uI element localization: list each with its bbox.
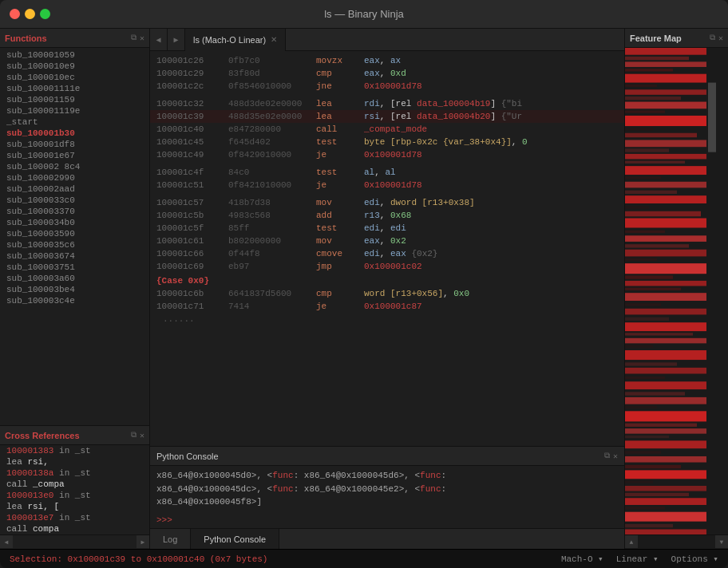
arch-selector[interactable]: Mach-O ▾ <box>561 554 603 564</box>
scroll-left-btn[interactable]: ◀ <box>0 535 13 548</box>
cross-ref-item[interactable]: 1000013e7 in _st <box>0 512 149 523</box>
console-close-icon[interactable]: ✕ <box>613 452 618 461</box>
cross-ref-title: Cross References <box>5 431 80 440</box>
svg-rect-69 <box>708 83 716 152</box>
func-item[interactable]: sub_100001e67 <box>0 150 149 161</box>
functions-expand-icon[interactable]: ⧉ <box>131 34 136 43</box>
func-item[interactable]: sub_100001159 <box>0 94 149 105</box>
log-tab[interactable]: Log <box>150 529 191 549</box>
functions-panel-icons: ⧉ ✕ <box>131 34 144 43</box>
svg-rect-7 <box>625 89 706 95</box>
cross-ref-item[interactable]: 100001383 in _st <box>0 445 149 456</box>
svg-rect-24 <box>625 211 701 217</box>
maximize-button[interactable] <box>40 9 50 19</box>
cross-ref-item[interactable]: call _compa <box>0 479 149 490</box>
code-row: 100001c69 eb97 jmp 0x100001c02 <box>150 260 624 273</box>
tab-close-icon[interactable]: ✕ <box>271 35 277 44</box>
func-item-selected[interactable]: sub_100001b30 <box>0 128 149 139</box>
func-item[interactable]: sub_1000035c6 <box>0 239 149 250</box>
func-item[interactable]: sub_1000033c0 <box>0 195 149 206</box>
cross-ref-close-icon[interactable]: ✕ <box>140 431 144 440</box>
code-row: 100001c2c 0f8546010000 jne 0x100001d78 <box>150 80 624 93</box>
scroll-right-btn[interactable]: ▶ <box>136 535 149 548</box>
tab-label: ls (Mach-O Linear) <box>193 35 266 45</box>
func-item[interactable]: sub_100003674 <box>0 250 149 262</box>
svg-rect-13 <box>625 133 697 137</box>
func-item[interactable]: sub_100001059 <box>0 49 149 61</box>
func-item[interactable]: sub_100002990 <box>0 172 149 183</box>
svg-rect-22 <box>625 195 706 203</box>
view-selector[interactable]: Linear ▾ <box>616 554 659 564</box>
code-row: 100001c51 0f8421010000 je 0x100001d78 <box>150 179 624 191</box>
svg-rect-40 <box>625 333 693 335</box>
func-item[interactable]: sub_100001df8 <box>0 139 149 150</box>
close-button[interactable] <box>10 9 20 19</box>
traffic-lights <box>10 9 50 19</box>
fm-scroll-up-btn[interactable]: ▲ <box>625 535 638 548</box>
code-tab[interactable]: ls (Mach-O Linear) ✕ <box>185 29 286 51</box>
svg-rect-32 <box>625 275 673 278</box>
feature-map-icons: ⧉ ✕ <box>710 34 723 43</box>
svg-rect-43 <box>625 350 706 360</box>
func-item[interactable]: sub_1000010e9 <box>0 61 149 72</box>
func-item[interactable]: sub_1000010ec <box>0 72 149 83</box>
svg-rect-21 <box>625 191 677 194</box>
console-expand-icon[interactable]: ⧉ <box>604 452 610 461</box>
svg-rect-15 <box>625 148 669 152</box>
func-item[interactable]: sub_100002 8c4 <box>0 161 149 172</box>
svg-rect-61 <box>625 486 706 491</box>
svg-rect-57 <box>625 456 706 463</box>
cross-ref-item[interactable]: 1000013e0 in _st <box>0 490 149 501</box>
svg-rect-26 <box>625 231 665 233</box>
code-row: 100001c4f 84c0 test al, al <box>150 166 624 179</box>
svg-rect-23 <box>625 206 649 208</box>
nav-forward-button[interactable]: ▶ <box>168 29 185 51</box>
feature-map-close-icon[interactable]: ✕ <box>718 34 723 43</box>
svg-rect-54 <box>625 436 669 438</box>
func-item[interactable]: sub_1000034b0 <box>0 217 149 228</box>
svg-rect-28 <box>625 244 689 247</box>
cross-ref-panel: Cross References ⧉ ✕ 100001383 in _st le… <box>0 425 149 549</box>
nav-back-button[interactable]: ◀ <box>150 29 168 51</box>
minimize-button[interactable] <box>25 9 35 19</box>
code-row: 100001c49 0f8429010000 je 0x100001d78 <box>150 148 624 161</box>
svg-rect-55 <box>625 440 706 448</box>
svg-rect-29 <box>625 250 706 257</box>
cross-ref-header: Cross References ⧉ ✕ <box>0 426 149 445</box>
python-console-tab[interactable]: Python Console <box>191 529 279 549</box>
cross-ref-item[interactable]: call compa <box>0 523 149 534</box>
func-item[interactable]: sub_100002aad <box>0 183 149 195</box>
sidebar-right: Feature Map ⧉ ✕ <box>624 29 728 549</box>
code-label: {Case 0x0} <box>150 273 624 287</box>
console-tabs: Log Python Console <box>150 528 624 549</box>
console-output: x86_64@0x1000045d0>, <func: x86_64@0x100… <box>150 466 624 514</box>
options-selector[interactable]: Options ▾ <box>671 554 718 564</box>
console-panel: Python Console ⧉ ✕ x86_64@0x1000045d0>, … <box>150 446 624 549</box>
func-item[interactable]: sub_100003590 <box>0 228 149 239</box>
func-item[interactable]: sub_100003be4 <box>0 284 149 295</box>
func-item[interactable]: sub_100001111e <box>0 83 149 94</box>
func-item[interactable]: _start <box>0 116 149 128</box>
func-item[interactable]: sub_100003370 <box>0 206 149 217</box>
svg-rect-8 <box>625 97 681 100</box>
cross-ref-item[interactable]: lea rsi, [ <box>0 501 149 512</box>
func-item[interactable]: sub_100003c4e <box>0 295 149 306</box>
status-bar: Selection: 0x100001c39 to 0x100001c40 (0… <box>0 549 728 568</box>
func-item[interactable]: sub_100003751 <box>0 262 149 273</box>
func-item[interactable]: sub_100001119e <box>0 105 149 116</box>
center-panel: ◀ ▶ ls (Mach-O Linear) ✕ 100001c26 0fb7c… <box>150 29 624 549</box>
svg-rect-44 <box>625 362 677 365</box>
svg-rect-48 <box>625 392 685 395</box>
cross-ref-item[interactable]: 10000138a in _st <box>0 467 149 479</box>
svg-rect-36 <box>625 303 661 306</box>
functions-close-icon[interactable]: ✕ <box>140 34 144 43</box>
func-item[interactable]: sub_100003a60 <box>0 273 149 284</box>
svg-rect-20 <box>625 182 706 188</box>
fm-scroll-down-btn[interactable]: ▼ <box>715 535 728 548</box>
code-view[interactable]: 100001c26 0fb7c0 movzx eax, ax 100001c29… <box>150 51 624 446</box>
cross-ref-item[interactable]: lea rsi, <box>0 456 149 467</box>
functions-list[interactable]: sub_100001059 sub_1000010e9 sub_1000010e… <box>0 48 149 425</box>
cross-ref-expand-icon[interactable]: ⧉ <box>131 431 136 440</box>
feature-map-expand-icon[interactable]: ⧉ <box>710 34 715 43</box>
window-title: ls — Binary Ninja <box>324 8 404 20</box>
